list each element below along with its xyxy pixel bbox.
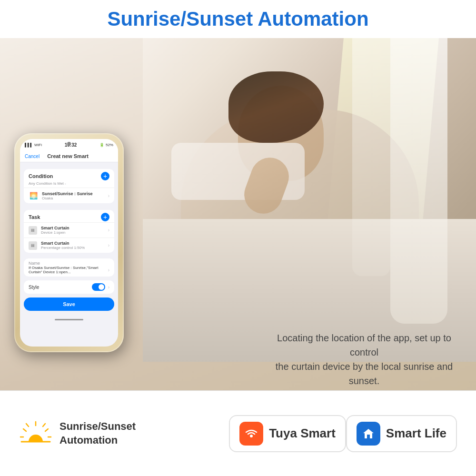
phone-mockup: ▌▌▌ WiFi 10:32 🔋 52% Cancel Creat new Sm… — [14, 133, 124, 352]
task-block: Task + ▤ Smart Curtain Device 1:open › ▤ — [24, 210, 114, 253]
task-item-1-sub: Device 1:open — [41, 230, 104, 235]
page-title: Creat new Smart — [47, 153, 89, 159]
svg-point-8 — [250, 435, 253, 437]
spacer3 — [20, 253, 118, 256]
save-button[interactable]: Save — [24, 298, 114, 311]
curtain-icon-2: ▤ — [29, 241, 37, 250]
phone-content: Condition + Any Condition Is Met - 🌅 Sun… — [20, 162, 118, 315]
task-header: Task + — [24, 210, 114, 222]
bedroom-scene — [143, 38, 476, 362]
smart-life-app-name: Smart Life — [386, 426, 446, 441]
name-label: Name — [29, 261, 109, 266]
bottom-bar: Sunrise/Sunset Automation Tuya Smart Sma… — [0, 390, 476, 476]
task-item-1-title: Smart Curtain — [41, 226, 104, 230]
add-task-button[interactable]: + — [101, 213, 109, 221]
tuya-smart-badge[interactable]: Tuya Smart — [229, 415, 346, 452]
svg-line-5 — [43, 424, 45, 426]
condition-item-sub: Osaka — [42, 196, 104, 200]
style-toggle[interactable] — [92, 283, 105, 291]
save-btn-wrapper: Save — [20, 294, 118, 315]
cancel-button[interactable]: Cancel — [25, 154, 40, 159]
name-chevron: › — [108, 268, 109, 273]
spacer — [20, 162, 118, 165]
style-field: Style › — [24, 280, 114, 294]
chevron-icon-3: › — [108, 243, 109, 248]
battery-icon: 🔋 — [99, 143, 104, 147]
signal-icon: ▌▌▌ — [25, 143, 33, 147]
app-header: Cancel Creat new Smart — [20, 150, 118, 162]
home-bar — [55, 319, 83, 320]
task-item-1-text: Smart Curtain Device 1:open — [41, 226, 104, 235]
condition-item-title: Sunset/Sunrise : Sunrise — [42, 191, 104, 196]
chevron-icon-2: › — [108, 228, 109, 233]
condition-header: Condition + — [24, 169, 114, 181]
task-item-2-sub: Percentage control 1:50% — [41, 246, 104, 250]
svg-line-2 — [23, 429, 26, 431]
style-right: › — [92, 283, 109, 291]
sunrise-label-line2: Automation — [60, 434, 136, 447]
chevron-icon: › — [108, 193, 109, 198]
condition-item-text: Sunset/Sunrise : Sunrise Osaka — [42, 191, 104, 200]
condition-title: Condition — [29, 173, 53, 179]
curtain-icon-1: ▤ — [29, 226, 37, 235]
spacer2 — [20, 203, 118, 206]
tuya-app-name: Tuya Smart — [269, 426, 336, 441]
status-left-icons: ▌▌▌ WiFi — [25, 143, 42, 147]
title-area: Sunrise/Sunset Automation — [0, 0, 476, 38]
home-indicator — [20, 315, 118, 324]
condition-subtitle: Any Condition Is Met - — [24, 181, 114, 188]
sun-icon-large — [19, 417, 52, 450]
condition-block: Condition + Any Condition Is Met - 🌅 Sun… — [24, 169, 114, 203]
style-label: Style — [29, 285, 39, 290]
smart-life-badge[interactable]: Smart Life — [346, 415, 457, 452]
task-item-1[interactable]: ▤ Smart Curtain Device 1:open › — [24, 222, 114, 238]
sunrise-badge: Sunrise/Sunset Automation — [19, 417, 229, 450]
svg-line-4 — [26, 424, 29, 426]
battery-pct: 52% — [106, 143, 113, 147]
description-line-2: the curtain device by the local sunrise … — [262, 359, 466, 388]
task-item-2[interactable]: ▤ Smart Curtain Percentage control 1:50%… — [24, 238, 114, 253]
description-line-1: Locating the location of the app, set up… — [262, 331, 466, 359]
sunrise-icon: 🌅 — [29, 191, 38, 200]
smart-life-icon — [357, 422, 380, 446]
name-value: If Osaka Sunset/Sunrise : Sunrise,"Smart… — [29, 266, 108, 274]
status-right-icons: 🔋 52% — [99, 143, 113, 147]
spacer4 — [20, 277, 118, 278]
description-area: Locating the location of the app, set up… — [262, 331, 466, 388]
sunrise-label-line1: Sunrise/Sunset — [60, 420, 136, 434]
condition-item[interactable]: 🌅 Sunset/Sunrise : Sunrise Osaka › — [24, 188, 114, 203]
tuya-icon — [239, 422, 263, 446]
name-value-row: If Osaka Sunset/Sunrise : Sunrise,"Smart… — [29, 266, 109, 274]
task-item-2-text: Smart Curtain Percentage control 1:50% — [41, 241, 104, 250]
svg-line-3 — [45, 429, 48, 431]
task-item-2-title: Smart Curtain — [41, 241, 104, 246]
task-title: Task — [29, 214, 40, 220]
wifi-icon: WiFi — [34, 143, 42, 147]
phone-screen: ▌▌▌ WiFi 10:32 🔋 52% Cancel Creat new Sm… — [20, 139, 118, 347]
name-field: Name If Osaka Sunset/Sunrise : Sunrise,"… — [24, 258, 114, 277]
sunrise-label-text: Sunrise/Sunset Automation — [60, 420, 136, 447]
main-title: Sunrise/Sunset Automation — [107, 8, 368, 30]
phone-outer: ▌▌▌ WiFi 10:32 🔋 52% Cancel Creat new Sm… — [14, 133, 124, 352]
svg-rect-9 — [367, 435, 370, 438]
style-chevron: › — [108, 285, 109, 290]
add-condition-button[interactable]: + — [101, 172, 109, 180]
